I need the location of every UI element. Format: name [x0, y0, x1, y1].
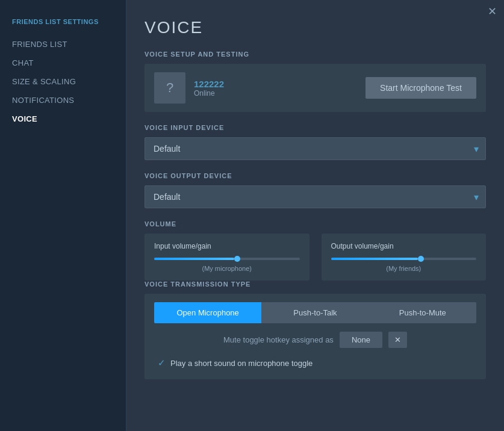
sidebar: FRIENDS LIST SETTINGS FRIENDS LIST CHAT … — [0, 0, 126, 431]
input-volume-track[interactable] — [154, 258, 300, 260]
user-name: 122222 — [194, 79, 357, 89]
output-device-label: VOICE OUTPUT DEVICE — [145, 172, 486, 179]
output-device-select[interactable]: Default — [145, 185, 486, 208]
voice-setup-label: VOICE SETUP AND TESTING — [145, 51, 486, 58]
input-device-label: VOICE INPUT DEVICE — [145, 124, 486, 131]
output-volume-sublabel: (My friends) — [331, 265, 477, 272]
input-volume-label: Input volume/gain — [154, 242, 300, 250]
close-button[interactable]: ✕ — [488, 5, 497, 18]
sidebar-title: FRIENDS LIST SETTINGS — [0, 12, 126, 35]
page-title: VOICE — [145, 18, 486, 37]
output-volume-label: Output volume/gain — [331, 242, 477, 250]
mute-key-button[interactable]: None — [340, 332, 382, 348]
main-content: VOICE VOICE SETUP AND TESTING ? 122222 O… — [126, 0, 504, 431]
sidebar-item-friends-list[interactable]: FRIENDS LIST — [0, 35, 126, 54]
volume-label: VOLUME — [145, 220, 486, 228]
output-volume-thumb[interactable] — [418, 256, 424, 262]
sidebar-item-notifications[interactable]: NOTIFICATIONS — [0, 91, 126, 110]
sidebar-item-voice[interactable]: VOICE — [0, 110, 126, 128]
open-mic-button[interactable]: Open Microphone — [154, 302, 261, 323]
input-device-wrapper: Default ▾ — [145, 137, 486, 160]
checkbox-label: Play a short sound on microphone toggle — [170, 359, 313, 368]
input-volume-thumb[interactable] — [234, 256, 240, 262]
transmission-buttons: Open Microphone Push-to-Talk Push-to-Mut… — [154, 302, 476, 323]
output-volume-fill — [331, 258, 418, 260]
mute-hotkey-label: Mute toggle hotkey assigned as — [223, 335, 334, 344]
checkbox-checkmark-icon: ✓ — [158, 358, 166, 368]
sidebar-item-size-scaling[interactable]: SIZE & SCALING — [0, 72, 126, 91]
push-to-mute-button[interactable]: Push-to-Mute — [369, 302, 476, 323]
push-to-talk-button[interactable]: Push-to-Talk — [261, 302, 369, 323]
input-device-select[interactable]: Default — [145, 137, 486, 160]
input-volume-card: Input volume/gain (My microphone) — [145, 234, 310, 281]
user-status: Online — [194, 89, 357, 98]
transmission-section-label: VOICE TRANSMISSION TYPE — [145, 281, 486, 288]
volume-row: Input volume/gain (My microphone) Output… — [145, 234, 486, 281]
input-volume-sublabel: (My microphone) — [154, 265, 300, 272]
mute-clear-button[interactable]: ✕ — [388, 332, 407, 348]
mute-row: Mute toggle hotkey assigned as None ✕ — [154, 332, 476, 348]
checkbox-row: ✓ Play a short sound on microphone toggl… — [154, 354, 476, 371]
input-volume-fill — [154, 258, 234, 260]
transmission-card: Open Microphone Push-to-Talk Push-to-Mut… — [145, 294, 486, 379]
sidebar-item-chat[interactable]: CHAT — [0, 54, 126, 72]
avatar: ? — [154, 72, 185, 104]
output-device-wrapper: Default ▾ — [145, 185, 486, 208]
output-volume-card: Output volume/gain (My friends) — [322, 234, 487, 281]
output-volume-track[interactable] — [331, 258, 477, 260]
start-mic-test-button[interactable]: Start Microphone Test — [366, 77, 476, 99]
user-info: 122222 Online — [194, 79, 357, 98]
voice-setup-card: ? 122222 Online Start Microphone Test — [145, 64, 486, 112]
